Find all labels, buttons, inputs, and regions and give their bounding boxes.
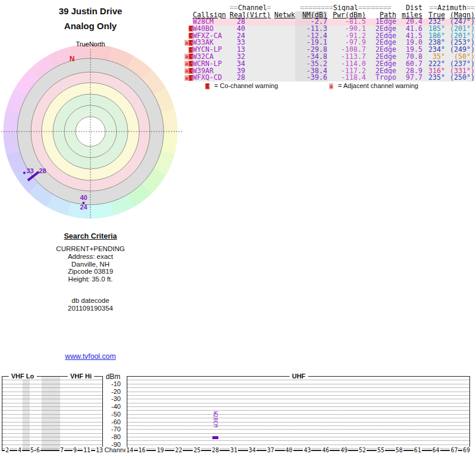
warning-markers: aC (182, 68, 193, 75)
dbm-gridline (2, 387, 102, 388)
header-group-azimuth: ==Azimuth== (422, 5, 475, 11)
dbm-gridline (2, 437, 102, 437)
dbm-gridline (2, 410, 102, 411)
cell-callsign: WFXQ-CD (193, 74, 230, 82)
uhf-channel-tick-40: 40 (285, 447, 293, 453)
co-channel-warning-icon: C (189, 61, 193, 67)
cell-nm-db: -19.1 (295, 39, 327, 46)
cell-real-channel: 28 (230, 18, 245, 26)
dbm-gridline (2, 384, 102, 384)
cell-distance-miles: 20.4 (396, 18, 422, 26)
cell-power-dbm: -90.1 (327, 26, 366, 33)
header-group-signal: ========Signal======== (295, 5, 396, 11)
cell-azimuth-true: 222° (422, 61, 445, 68)
dbm-tick-label: -70 (97, 425, 121, 433)
cell-power-dbm: -97.9 (327, 39, 366, 46)
header-spacer (271, 5, 295, 11)
station-marker-label-40: 40 (80, 194, 87, 201)
cell-virt-channel (245, 39, 271, 46)
cell-network (271, 74, 295, 82)
header-spacer (182, 5, 230, 11)
dbm-tick-label: -60 (97, 418, 121, 425)
vhf-panel (2, 376, 103, 451)
warning-markers: C (182, 46, 193, 54)
cell-power-dbm: -117.2 (327, 68, 366, 75)
adjacent-channel-legend-text: = Adjacent channel warning (338, 82, 418, 89)
cell-network (271, 46, 295, 54)
uhf-channel-tick-61: 61 (414, 447, 422, 453)
cell-callsign: W28CM (193, 18, 230, 26)
adjacent-channel-warning-icon: a (184, 61, 189, 67)
co-channel-warning-icon: C (189, 33, 193, 39)
spectrum-chart: dBm Channel VHF LoVHF HiUHF-10-20-30-40-… (0, 369, 476, 457)
cell-azimuth-magnetic: (247°) (445, 18, 475, 26)
warning-markers: aC (182, 39, 193, 46)
dbm-gridline (127, 440, 469, 441)
cell-network (271, 26, 295, 33)
table-row-W28CM: W28CM28-2.7-81.51Edge20.4232°(247°) (182, 18, 475, 26)
cell-real-channel: 40 (230, 26, 245, 33)
column-header-miles: miles (396, 11, 422, 18)
cell-virt-channel (245, 26, 271, 33)
column-header-pwrdbm: Pwr(dBm) (327, 11, 366, 18)
search-criteria-city: Danville, NH (16, 261, 165, 268)
cell-path: 2Edge (366, 33, 396, 40)
db-datecode-label: db datecode (16, 297, 165, 305)
dbm-gridline (127, 433, 469, 434)
cell-azimuth-magnetic: (201°) (445, 26, 475, 33)
cell-azimuth-magnetic: (237°) (445, 61, 475, 68)
header-group-dist: Dist (396, 5, 422, 11)
radar-chart: TrueNorthN28334024 (0, 39, 184, 221)
cell-azimuth-true: 234° (422, 46, 445, 54)
dbm-gridline (2, 425, 102, 426)
warning-markers: C (182, 33, 193, 40)
co-channel-warning-icon: C (189, 68, 193, 74)
cell-azimuth-magnetic: (253°) (445, 39, 475, 46)
cell-azimuth-magnetic: (249°) (445, 46, 475, 54)
station-marker-dot-33 (23, 171, 26, 174)
dbm-gridline (2, 399, 102, 399)
table-header-groups: ==Channel==========Signal========Dist==A… (182, 5, 475, 11)
station-marker-label-28: 28 (39, 167, 46, 174)
uhf-channel-tick-55: 55 (377, 447, 385, 453)
tvfool-link[interactable]: www.tvfool.com (65, 352, 115, 361)
cell-virt-channel (245, 74, 271, 82)
cell-real-channel: 13 (230, 46, 245, 54)
cell-path: 2Edge (366, 26, 396, 33)
search-criteria-mode: CURRENT+PENDING (16, 245, 165, 253)
cell-power-dbm: -91.2 (327, 33, 366, 40)
dbm-gridline (127, 406, 469, 407)
vhf-channel-tick-7: 7 (60, 447, 64, 453)
cell-real-channel: 24 (230, 33, 245, 40)
dbm-tick-label: -10 (97, 380, 121, 387)
uhf-channel-tick-25: 25 (193, 447, 201, 453)
warning-markers (182, 18, 193, 26)
vhf-channel-tick-13: 13 (95, 447, 104, 453)
uhf-channel-tick-16: 16 (138, 447, 146, 453)
cell-network (271, 61, 295, 68)
cell-azimuth-true: 186° (422, 33, 445, 40)
uhf-channel-tick-46: 46 (321, 447, 330, 453)
co-channel-warning-icon: C (189, 47, 193, 53)
magnetic-north-label: N (70, 55, 75, 63)
dbm-gridline (2, 445, 102, 445)
dbm-tick-label: -20 (97, 388, 121, 395)
cell-virt-channel (245, 18, 271, 26)
uhf-channel-tick-34: 34 (248, 447, 256, 453)
cell-virt-channel (245, 33, 271, 40)
signal-bar-W28CM (212, 436, 218, 439)
website-link-wrap: www.tvfool.com (16, 350, 165, 361)
co-channel-legend-text: = Co-channel warning (214, 82, 278, 89)
cell-azimuth-true: 185° (422, 26, 445, 33)
cell-virt-channel (245, 68, 271, 75)
adjacent-channel-warning-icon: a (184, 40, 189, 46)
co-channel-warning-icon: C (189, 54, 193, 60)
column-header-path: Path (366, 11, 396, 18)
vhf-channel-tick-9: 9 (73, 447, 77, 453)
cell-path: 1Edge (366, 18, 396, 26)
dbm-tick-label: -30 (97, 395, 121, 402)
dbm-gridline (2, 406, 102, 407)
cell-power-dbm: -118.4 (327, 74, 366, 82)
cell-azimuth-magnetic: (201°) (445, 33, 475, 40)
column-header-true: True (422, 11, 445, 18)
